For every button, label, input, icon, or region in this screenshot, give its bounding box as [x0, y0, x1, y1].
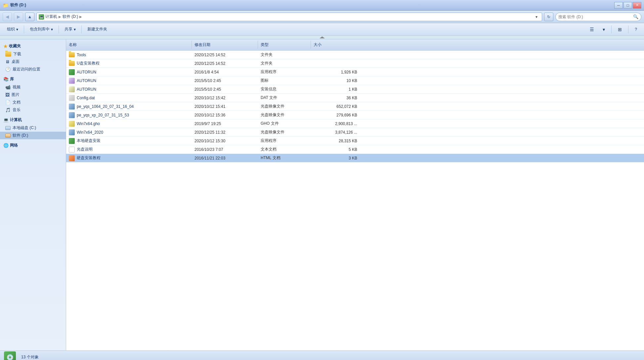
document-icon: 📄	[5, 100, 11, 105]
library-section-title[interactable]: 📚 库	[0, 75, 66, 83]
search-icon: 🔍	[633, 14, 638, 19]
organize-button[interactable]: 组织 ▾	[3, 25, 22, 34]
maximize-button[interactable]: □	[623, 2, 632, 9]
breadcrumb-dropdown[interactable]: ▾	[533, 13, 540, 21]
sidebar-item-video[interactable]: 📹 视频	[0, 83, 66, 91]
sidebar: ★ 收藏夹 下载 🖥 桌面 🕐 最近访问的位置 📚 库 📹	[0, 39, 66, 350]
sidebar-item-disk-d[interactable]: 软件 (D:)	[0, 132, 66, 139]
sidebar-item-desktop[interactable]: 🖥 桌面	[0, 58, 66, 66]
file-type: 光盘映像文件	[258, 128, 311, 136]
share-button[interactable]: 共享 ▾	[61, 25, 79, 34]
new-folder-button[interactable]: 新建文件夹	[84, 25, 111, 34]
sidebar-section-library: 📚 库 📹 视频 🖼 图片 📄 文档 🎵 音乐	[0, 75, 66, 114]
folder-icon	[69, 52, 75, 57]
file-size: 652,072 KB	[311, 103, 364, 110]
file-modified: 2020/12/25 11:32	[192, 129, 258, 136]
file-modified: 2020/12/25 14:52	[192, 60, 258, 67]
computer-icon: 💻	[3, 117, 9, 122]
forward-button[interactable]: ▶	[14, 13, 23, 21]
star-icon: ★	[3, 44, 8, 49]
minimize-button[interactable]: ─	[614, 2, 623, 9]
col-header-modified[interactable]: 修改日期	[192, 41, 258, 49]
refresh-button[interactable]: ↻	[544, 13, 553, 21]
col-header-name[interactable]: 名称	[66, 41, 192, 49]
table-row[interactable]: AUTORUN 2015/5/10 2:45 安装信息 1 KB	[66, 85, 644, 94]
table-row[interactable]: 本地硬盘安装 2020/10/12 15:30 应用程序 28,315 KB	[66, 137, 644, 145]
disk-d-label: 软件 (D:)	[13, 133, 28, 138]
table-row[interactable]: U盘安装教程 2020/12/25 14:52 文件夹	[66, 59, 644, 68]
breadcrumb[interactable]: 💻 计算机 ▶ 软件 (D:) ▶ ▾	[36, 13, 542, 21]
network-section-title[interactable]: 🌐 网络	[0, 141, 66, 150]
back-button[interactable]: ◀	[3, 13, 12, 21]
table-row[interactable]: Config.dat 2020/10/12 15:42 DAT 文件 36 KB	[66, 94, 644, 102]
file-name: pe_yqs_1064_20_07_31_16_04	[77, 104, 134, 109]
file-type: 文件夹	[258, 51, 311, 59]
file-modified: 2015/5/10 2:45	[192, 86, 258, 93]
table-row[interactable]: Win7x64.gho 2019/9/7 19:25 GHO 文件 2,900,…	[66, 119, 644, 128]
sidebar-item-disk-c[interactable]: 本地磁盘 (C:)	[0, 124, 66, 132]
recent-icon: 🕐	[5, 67, 11, 72]
table-row[interactable]: Tools 2020/12/25 14:52 文件夹	[66, 51, 644, 59]
document-label: 文档	[13, 100, 21, 105]
search-input[interactable]	[558, 15, 632, 19]
col-header-size[interactable]: 大小	[311, 41, 364, 49]
file-name-cell: AUTORUN	[66, 85, 192, 93]
computer-section-title[interactable]: 💻 计算机	[0, 116, 66, 124]
library-button[interactable]: 包含到库中 ▾	[26, 25, 57, 34]
view-button[interactable]: ☰	[586, 25, 598, 34]
search-box[interactable]: 🔍	[555, 13, 641, 21]
file-name-cell: Tools	[66, 51, 192, 58]
pane-button[interactable]: ⊞	[614, 25, 625, 34]
file-size	[311, 54, 364, 56]
close-button[interactable]: ✕	[633, 2, 641, 9]
table-row[interactable]: 硬盘安装教程 2016/11/21 22:03 HTML 文档 3 KB	[66, 154, 644, 162]
file-type: 安装信息	[258, 85, 311, 93]
file-size: 1,926 KB	[311, 69, 364, 75]
file-modified: 2016/1/8 4:54	[192, 69, 258, 75]
sidebar-section-computer: 💻 计算机 本地磁盘 (C:) 软件 (D:)	[0, 116, 66, 139]
file-modified: 2020/10/12 15:42	[192, 95, 258, 101]
sidebar-item-recent[interactable]: 🕐 最近访问的位置	[0, 66, 66, 73]
table-row[interactable]: AUTORUN 2016/1/8 4:54 应用程序 1,926 KB	[66, 68, 644, 76]
view-options-button[interactable]: ▾	[599, 25, 609, 34]
status-bar: 💿 13 个对象	[0, 350, 644, 360]
picture-icon: 🖼	[5, 92, 10, 97]
table-row[interactable]: AUTORUN 2015/5/10 2:45 图标 10 KB	[66, 76, 644, 85]
iso-icon	[69, 112, 75, 118]
music-icon: 🎵	[5, 108, 11, 112]
file-modified: 2020/12/25 14:52	[192, 52, 258, 58]
music-label: 音乐	[13, 107, 21, 113]
video-label: 视频	[13, 84, 21, 90]
status-count: 13 个对象	[21, 354, 39, 360]
file-list: Tools 2020/12/25 14:52 文件夹 U盘安装教程 2020/1…	[66, 51, 644, 162]
toolbar-sep-1	[24, 25, 24, 33]
folder-icon	[69, 61, 75, 66]
file-size: 3,874,126 ...	[311, 129, 364, 136]
up-button[interactable]: ▲	[25, 13, 34, 21]
sidebar-item-music[interactable]: 🎵 音乐	[0, 106, 66, 114]
ico-icon	[69, 78, 75, 84]
desktop-label: 桌面	[12, 59, 20, 65]
sidebar-item-document[interactable]: 📄 文档	[0, 99, 66, 106]
table-row[interactable]: Win7x64_2020 2020/12/25 11:32 光盘映像文件 3,8…	[66, 128, 644, 137]
table-row[interactable]: pe_yqs_1064_20_07_31_16_04 2020/10/12 15…	[66, 102, 644, 111]
toolbar-sep-5	[628, 25, 628, 33]
col-modified-label: 修改日期	[194, 42, 210, 48]
sidebar-item-picture[interactable]: 🖼 图片	[0, 91, 66, 99]
file-name: AUTORUN	[77, 78, 96, 83]
scroll-indicator	[0, 36, 644, 39]
breadcrumb-sep-1: ▶	[59, 15, 61, 19]
favorites-section-title[interactable]: ★ 收藏夹	[0, 42, 66, 50]
file-name: 硬盘安装教程	[77, 155, 101, 161]
file-name-cell: U盘安装教程	[66, 60, 192, 67]
file-name-cell: AUTORUN	[66, 77, 192, 85]
sidebar-item-download[interactable]: 下载	[0, 50, 66, 58]
help-button[interactable]: ?	[631, 25, 641, 34]
file-type: 应用程序	[258, 68, 311, 76]
gho-icon	[69, 121, 75, 127]
toolbar-sep-2	[59, 25, 59, 33]
file-size: 279,696 KB	[311, 112, 364, 118]
col-header-type[interactable]: 类型	[258, 41, 311, 49]
table-row[interactable]: pe_yqs_xp_20_07_31_15_53 2020/10/12 15:3…	[66, 111, 644, 119]
table-row[interactable]: 光盘说明 2016/10/23 7:07 文本文档 5 KB	[66, 145, 644, 154]
